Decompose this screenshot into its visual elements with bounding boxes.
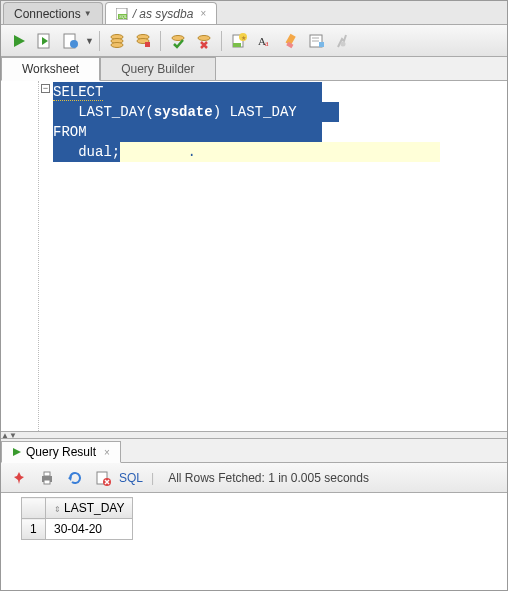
gutter [1,81,39,431]
run-script-button[interactable] [33,29,57,53]
splitter[interactable]: ▲▼ [1,431,507,439]
svg-marker-3 [14,35,25,47]
sql-keyword-from: FROM [53,124,87,140]
result-toolbar: SQL | All Rows Fetched: 1 in 0.005 secon… [1,463,507,493]
svg-point-15 [198,35,210,40]
tab-query-builder-label: Query Builder [121,62,194,76]
tab-query-result-label: Query Result [26,445,96,459]
svg-rect-17 [233,43,241,47]
settings-button [331,29,355,53]
sql-arg: sysdate [154,104,213,120]
svg-rect-31 [44,472,50,476]
svg-text:SQL: SQL [119,14,127,19]
run-button[interactable] [7,29,31,53]
top-tabs: Connections ▼ SQL / as sysdba × [1,1,507,25]
clear-button[interactable] [279,29,303,53]
svg-marker-29 [13,448,21,456]
tab-query-result[interactable]: Query Result × [1,441,121,463]
tab-connections[interactable]: Connections ▼ [3,2,103,24]
commit-button[interactable] [166,29,190,53]
chevron-down-icon[interactable]: ▼ [84,9,92,18]
tab-active-connection[interactable]: SQL / as sysdba × [105,2,218,24]
delete-button[interactable] [91,466,115,490]
close-icon[interactable]: × [200,8,206,19]
close-icon[interactable]: × [104,447,110,458]
sql-alias: LAST_DAY [229,104,296,120]
sql-function: LAST_DAY [78,104,145,120]
worksheet-tabs: Worksheet Query Builder [1,57,507,81]
sql-editor[interactable]: − SELECT LAST_DAY(sysdate) LAST_DAY FROM… [1,81,507,431]
tab-worksheet[interactable]: Worksheet [1,57,100,81]
refresh-button[interactable] [63,466,87,490]
autotrace-button[interactable] [105,29,129,53]
column-header[interactable]: ⇕LAST_DAY [46,498,133,519]
tab-query-builder[interactable]: Query Builder [100,57,215,81]
svg-point-28 [340,41,345,46]
tab-worksheet-label: Worksheet [22,62,79,76]
rownum-cell: 1 [22,519,46,540]
main-toolbar: ▼ ★ Aa [1,25,507,57]
sql-file-icon: SQL [116,8,130,20]
svg-point-7 [70,40,78,48]
rownum-header[interactable] [22,498,46,519]
svg-rect-32 [44,480,50,484]
fold-toggle[interactable]: − [41,84,50,93]
explain-plan-button[interactable] [59,29,83,53]
sql-tuning-button[interactable] [131,29,155,53]
result-grid[interactable]: ⇕LAST_DAY 1 30-04-20 [1,493,507,540]
svg-rect-13 [145,42,150,47]
svg-rect-25 [319,42,324,47]
play-icon [12,447,22,457]
sql-history-button[interactable] [305,29,329,53]
svg-text:★: ★ [240,34,245,40]
uppercase-button[interactable]: Aa [253,29,277,53]
menu-dropdown-icon[interactable]: ▼ [85,36,94,46]
rollback-button[interactable] [192,29,216,53]
tab-active-label: / as sysdba [133,7,194,21]
cell: 30-04-20 [46,519,133,540]
sql-table: dual [78,144,112,160]
pin-button[interactable] [7,466,31,490]
result-tabs: Query Result × [1,439,507,463]
svg-text:a: a [265,39,269,48]
sql-keyword-select: SELECT [53,84,103,101]
unshared-worksheet-button[interactable]: ★ [227,29,251,53]
print-button[interactable] [35,466,59,490]
sort-icon[interactable]: ⇕ [54,505,61,514]
status-text: All Rows Fetched: 1 in 0.005 seconds [168,471,369,485]
sql-link[interactable]: SQL [119,471,143,485]
tab-connections-label: Connections [14,7,81,21]
editor-content[interactable]: SELECT LAST_DAY(sysdate) LAST_DAY FROM d… [53,81,507,431]
table-row[interactable]: 1 30-04-20 [22,519,133,540]
svg-point-10 [111,42,123,47]
